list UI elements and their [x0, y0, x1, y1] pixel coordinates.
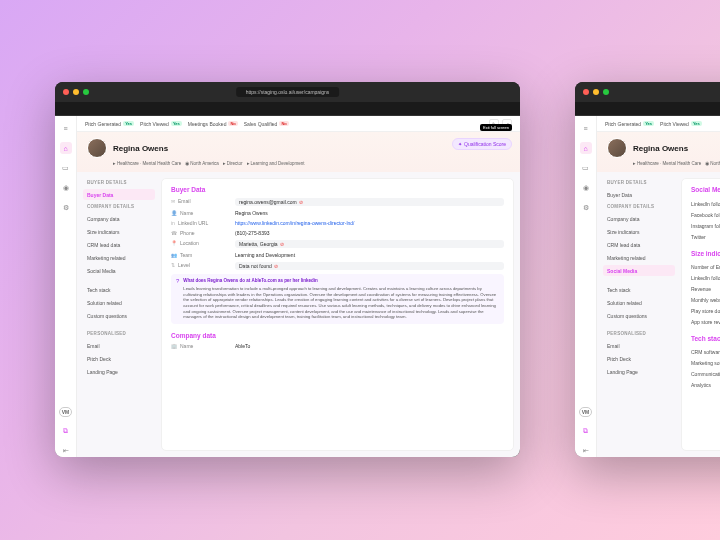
briefcase-icon[interactable]: ▭ [60, 162, 72, 174]
section-social-media: Social Media [691, 186, 720, 193]
status-pitch-viewed[interactable]: Pitch ViewedYes [660, 121, 702, 127]
nav-pitch-deck[interactable]: Pitch Deck [603, 353, 675, 364]
users-icon[interactable]: ◉ [60, 182, 72, 194]
section-tech-stack: Tech stack [691, 335, 720, 342]
close-icon[interactable] [63, 89, 69, 95]
row-comm-sw: Communication software [691, 368, 720, 379]
nav-pitch-deck[interactable]: Pitch Deck [83, 353, 155, 364]
avatar[interactable] [607, 138, 627, 158]
nav-head-company: COMPANY DETAILS [83, 202, 155, 211]
body: BUYER DETAILS Buyer Data COMPANY DETAILS… [77, 172, 520, 457]
nav-company-data[interactable]: Company data [603, 213, 675, 224]
minimize-icon[interactable] [593, 89, 599, 95]
copy-icon[interactable]: ⧉ [60, 425, 72, 437]
nav-size-indicators[interactable]: Size indicators [83, 226, 155, 237]
section-size-indicators: Size indicators [691, 250, 720, 257]
person-header: Exit full screen Regina Owens ▸ Healthca… [77, 132, 520, 172]
workspace-badge[interactable]: VM [59, 407, 73, 417]
logout-icon[interactable]: ⇤ [60, 445, 72, 457]
nav-custom-q[interactable]: Custom questions [603, 310, 675, 321]
row-appstore: App store reviews [691, 316, 720, 327]
nav-head-buyer: BUYER DETAILS [83, 178, 155, 187]
minimize-icon[interactable] [73, 89, 79, 95]
linkedin-link[interactable]: https://www.linkedin.com/in/regina-owens… [235, 220, 504, 226]
nav-solution[interactable]: Solution related [83, 297, 155, 308]
row-linkedin-followers: LinkedIn followers [691, 198, 720, 209]
tag-role: ▸ Director [223, 161, 243, 166]
person-name: Regina Owens [633, 144, 688, 153]
icon-rail: ≡ ⌂ ▭ ◉ ⚙ VM ⧉ ⇤ [55, 116, 77, 457]
status-pitch-viewed[interactable]: Pitch ViewedYes [140, 121, 182, 127]
nav-company-data[interactable]: Company data [83, 213, 155, 224]
users-icon[interactable]: ◉ [580, 182, 592, 194]
menu-icon[interactable]: ≡ [580, 122, 592, 134]
status-row: Pitch GeneratedYes Pitch ViewedYes [597, 116, 720, 132]
status-meetings-booked[interactable]: Meetings BookedNo [188, 121, 238, 127]
logout-icon[interactable]: ⇤ [580, 445, 592, 457]
row-crm: CRM software [691, 346, 720, 357]
field-email: ✉Emailregina.owens@gmail.com ⊘ [171, 198, 504, 206]
nav-crm-lead[interactable]: CRM lead data [83, 239, 155, 250]
main-pane: Pitch GeneratedYes Pitch ViewedYes Meeti… [77, 116, 520, 457]
nav-social-media[interactable]: Social Media [603, 265, 675, 276]
field-team: 👥TeamLearning and Development [171, 252, 504, 258]
browser-toolbar [575, 102, 720, 116]
nav-tech-stack[interactable]: Tech stack [603, 284, 675, 295]
home-icon[interactable]: ⌂ [60, 142, 72, 154]
exit-fullscreen-tooltip: Exit full screen [480, 124, 512, 131]
field-company-name: 🏢NameAbleTo [171, 343, 504, 349]
field-location: 📍LocationMarietta, Georgia ⊘ [171, 240, 504, 248]
row-traffic: Monthly website traffic [691, 294, 720, 305]
nav-landing-page[interactable]: Landing Page [83, 366, 155, 377]
status-row: Pitch GeneratedYes Pitch ViewedYes Meeti… [77, 116, 520, 132]
settings-icon[interactable]: ⚙ [60, 202, 72, 214]
field-linkedin: inLinkedIn URLhttps://www.linkedin.com/i… [171, 220, 504, 226]
field-phone: ☎Phone(810)-275-8393 [171, 230, 504, 236]
nav-landing-page[interactable]: Landing Page [603, 366, 675, 377]
icon-rail: ≡ ⌂ ▭ ◉ ⚙ VM ⧉ ⇤ [575, 116, 597, 457]
address-bar[interactable]: https://staging.oslo.ai/user/campaigns [236, 87, 340, 97]
row-linkedin-f2: LinkedIn followers [691, 272, 720, 283]
nav-email[interactable]: Email [603, 340, 675, 351]
status-pitch-generated[interactable]: Pitch GeneratedYes [85, 121, 134, 127]
nav-social-media[interactable]: Social Media [83, 265, 155, 276]
traffic-lights[interactable] [63, 89, 89, 95]
app-content: ≡ ⌂ ▭ ◉ ⚙ VM ⧉ ⇤ Pitch GeneratedYes Pitc… [575, 116, 720, 457]
nav-tech-stack[interactable]: Tech stack [83, 284, 155, 295]
question-answer: Leads learning transformation to include… [183, 286, 499, 320]
maximize-icon[interactable] [83, 89, 89, 95]
nav-crm-lead[interactable]: CRM lead data [603, 239, 675, 250]
detail-panel: Buyer Data ✉Emailregina.owens@gmail.com … [161, 178, 514, 451]
home-icon[interactable]: ⌂ [580, 142, 592, 154]
nav-solution[interactable]: Solution related [603, 297, 675, 308]
nav-head-company: COMPANY DETAILS [603, 202, 675, 211]
briefcase-icon[interactable]: ▭ [580, 162, 592, 174]
status-pitch-generated[interactable]: Pitch GeneratedYes [605, 121, 654, 127]
tag-industry: ▸ Healthcare · Mental Health Care [113, 161, 181, 166]
traffic-lights[interactable] [583, 89, 609, 95]
nav-size-indicators[interactable]: Size indicators [603, 226, 675, 237]
browser-window-main: https://staging.oslo.ai/user/campaigns ≡… [55, 82, 520, 457]
question-icon: ? [176, 278, 179, 320]
settings-icon[interactable]: ⚙ [580, 202, 592, 214]
copy-icon[interactable]: ⧉ [580, 425, 592, 437]
nav-marketing[interactable]: Marketing related [603, 252, 675, 263]
tag-region: ◉ North America [185, 161, 219, 166]
workspace-badge[interactable]: VM [579, 407, 593, 417]
maximize-icon[interactable] [603, 89, 609, 95]
qualification-score-button[interactable]: ✦ Qualification Score [452, 138, 512, 150]
status-sales-qualified[interactable]: Sales QualifiedNo [244, 121, 289, 127]
menu-icon[interactable]: ≡ [60, 122, 72, 134]
nav-email[interactable]: Email [83, 340, 155, 351]
nav-buyer-data[interactable]: Buyer Data [83, 189, 155, 200]
tag-team: ▸ Learning and Development [247, 161, 305, 166]
nav-custom-q[interactable]: Custom questions [83, 310, 155, 321]
nav-buyer-data[interactable]: Buyer Data [603, 189, 675, 200]
close-icon[interactable] [583, 89, 589, 95]
avatar[interactable] [87, 138, 107, 158]
field-name: 👤NameRegina Owens [171, 210, 504, 216]
tag-region: ◉ North America [705, 161, 720, 166]
section-buyer-data: Buyer Data [171, 186, 504, 193]
nav-marketing[interactable]: Marketing related [83, 252, 155, 263]
row-marketing-sw: Marketing software [691, 357, 720, 368]
